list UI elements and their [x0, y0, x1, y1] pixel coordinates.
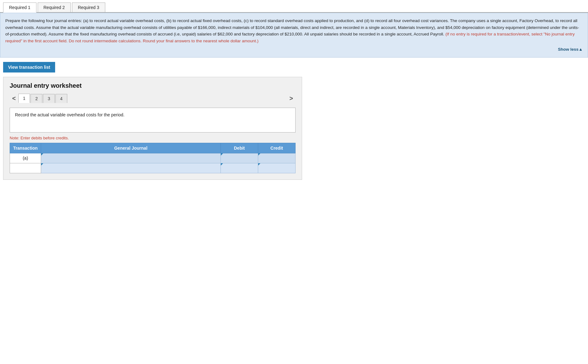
- journal-table: Transaction General Journal Debit Credit…: [10, 143, 296, 173]
- row1-debit-input[interactable]: [221, 153, 258, 163]
- table-row: [10, 163, 296, 173]
- show-less-link[interactable]: Show less▲: [5, 46, 583, 53]
- prev-page-arrow[interactable]: <: [10, 94, 18, 103]
- tab-required-2[interactable]: Required 2: [38, 2, 71, 12]
- row1-transaction: (a): [10, 153, 41, 163]
- row2-general-journal-cell[interactable]: [41, 163, 221, 173]
- row1-credit-input[interactable]: [258, 153, 295, 163]
- page-navigation: < 1 2 3 4 >: [10, 94, 296, 103]
- row2-credit-cell[interactable]: [258, 163, 296, 173]
- row1-general-journal-cell[interactable]: [41, 153, 221, 163]
- page-tab-4[interactable]: 4: [55, 94, 67, 103]
- row2-debit-cell[interactable]: [221, 163, 258, 173]
- row1-general-journal-input[interactable]: [41, 153, 220, 163]
- col-header-transaction: Transaction: [10, 143, 41, 153]
- row2-credit-input[interactable]: [258, 163, 295, 173]
- note-text: Note: Enter debits before credits.: [10, 136, 296, 140]
- tabs-bar: Required 1 Required 2 Required 3: [0, 0, 588, 13]
- instructions-box: Prepare the following four journal entri…: [0, 13, 588, 58]
- worksheet-title: Journal entry worksheet: [10, 82, 296, 89]
- page-tabs: 1 2 3 4: [18, 94, 287, 103]
- page-tab-1[interactable]: 1: [18, 94, 30, 103]
- worksheet-panel: Journal entry worksheet < 1 2 3 4 > Reco…: [3, 77, 302, 180]
- tab-required-1[interactable]: Required 1: [3, 2, 36, 13]
- next-page-arrow[interactable]: >: [287, 94, 296, 103]
- row1-credit-cell[interactable]: [258, 153, 296, 163]
- row2-general-journal-input[interactable]: [41, 163, 220, 173]
- row2-transaction: [10, 163, 41, 173]
- row1-debit-cell[interactable]: [221, 153, 258, 163]
- row2-debit-input[interactable]: [221, 163, 258, 173]
- view-transaction-button[interactable]: View transaction list: [3, 62, 55, 72]
- page-tab-3[interactable]: 3: [43, 94, 55, 103]
- entry-description: Record the actual variable overhead cost…: [10, 108, 296, 133]
- col-header-credit: Credit: [258, 143, 296, 153]
- tab-required-3[interactable]: Required 3: [72, 2, 105, 12]
- col-header-general-journal: General Journal: [41, 143, 221, 153]
- page-tab-2[interactable]: 2: [31, 94, 42, 103]
- col-header-debit: Debit: [221, 143, 258, 153]
- table-row: (a): [10, 153, 296, 163]
